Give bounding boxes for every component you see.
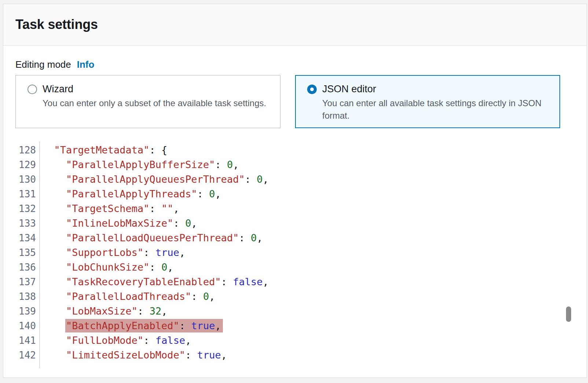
code-line: 134 "ParallelLoadQueuesPerThread": 0, bbox=[3, 231, 587, 245]
line-number: 132 bbox=[3, 201, 39, 216]
wizard-option-card[interactable]: Wizard You can enter only a subset of th… bbox=[15, 75, 280, 128]
json-editor-option-card[interactable]: JSON editor You can enter all available … bbox=[295, 75, 560, 128]
code-line: 140 "BatchApplyEnabled": true, bbox=[3, 319, 587, 333]
panel-body: Editing mode Info Wizard You can enter o… bbox=[3, 46, 587, 368]
line-number: 130 bbox=[3, 172, 39, 187]
code-line: 128 "TargetMetadata": { bbox=[3, 143, 587, 157]
line-number: 131 bbox=[3, 187, 39, 201]
code-line: 135 "SupportLobs": true, bbox=[3, 245, 587, 260]
code-line: 131 "ParallelApplyThreads": 0, bbox=[3, 187, 587, 201]
editing-mode-options: Wizard You can enter only a subset of th… bbox=[15, 75, 587, 128]
json-editor-title-row: JSON editor bbox=[307, 83, 555, 95]
wizard-radio[interactable] bbox=[27, 85, 37, 94]
line-number: 129 bbox=[3, 157, 39, 172]
code-line: 142 "LimitedSizeLobMode": true, bbox=[3, 348, 587, 362]
json-code-editor[interactable]: 128 "TargetMetadata": {129 "ParallelAppl… bbox=[3, 143, 587, 368]
code-editor-lines: 128 "TargetMetadata": {129 "ParallelAppl… bbox=[3, 143, 587, 362]
code-line: 137 "TaskRecoveryTableEnabled": false, bbox=[3, 275, 587, 289]
highlighted-code: "BatchApplyEnabled": true, bbox=[65, 319, 223, 332]
line-number: 141 bbox=[3, 333, 39, 348]
editor-scrollbar-thumb[interactable] bbox=[566, 306, 571, 322]
code-line: 139 "LobMaxSize": 32, bbox=[3, 304, 587, 319]
json-editor-radio[interactable] bbox=[307, 85, 317, 94]
line-number: 133 bbox=[3, 216, 39, 231]
code-line: 133 "InlineLobMaxSize": 0, bbox=[3, 216, 587, 231]
editing-mode-label: Editing mode bbox=[15, 59, 71, 70]
code-line: 129 "ParallelApplyBufferSize": 0, bbox=[3, 157, 587, 172]
line-number: 140 bbox=[3, 319, 39, 333]
json-editor-description: You can enter all available task setting… bbox=[322, 97, 549, 122]
line-number: 142 bbox=[3, 348, 39, 362]
line-number: 134 bbox=[3, 231, 39, 245]
panel-header: Task settings bbox=[3, 4, 587, 46]
line-number: 128 bbox=[3, 143, 39, 157]
line-number: 137 bbox=[3, 275, 39, 289]
json-editor-label: JSON editor bbox=[322, 83, 376, 95]
info-link[interactable]: Info bbox=[77, 59, 95, 70]
code-line: 132 "TargetSchema": "", bbox=[3, 201, 587, 216]
wizard-title-row: Wizard bbox=[27, 83, 276, 95]
line-number: 135 bbox=[3, 245, 39, 260]
task-settings-panel: Task settings Editing mode Info Wizard Y… bbox=[3, 4, 587, 378]
code-line: 138 "ParallelLoadThreads": 0, bbox=[3, 289, 587, 304]
line-number: 138 bbox=[3, 289, 39, 304]
editing-mode-row: Editing mode Info bbox=[15, 59, 587, 70]
code-line: 130 "ParallelApplyQueuesPerThread": 0, bbox=[3, 172, 587, 187]
wizard-description: You can enter only a subset of the avail… bbox=[43, 97, 276, 109]
code-line: 136 "LobChunkSize": 0, bbox=[3, 260, 587, 275]
code-line: 141 "FullLobMode": false, bbox=[3, 333, 587, 348]
line-number: 139 bbox=[3, 304, 39, 319]
line-number: 136 bbox=[3, 260, 39, 275]
page-title: Task settings bbox=[15, 17, 98, 32]
wizard-label: Wizard bbox=[43, 83, 73, 95]
